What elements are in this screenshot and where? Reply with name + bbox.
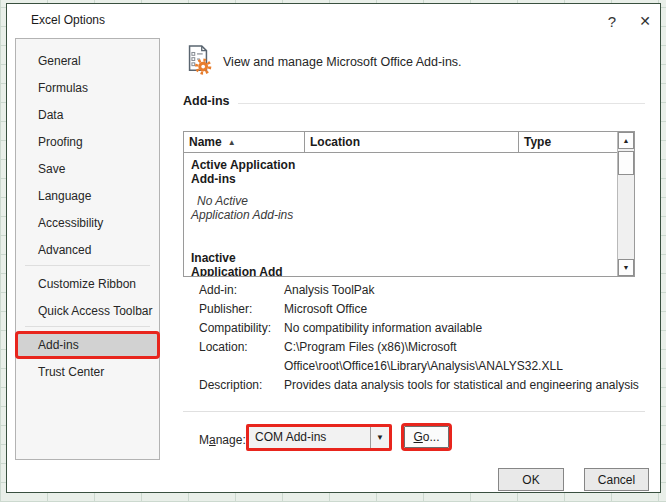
sidebar-item-customize-ribbon[interactable]: Customize Ribbon bbox=[17, 272, 158, 296]
section-rule bbox=[238, 103, 645, 104]
detail-value-publisher: Microsoft Office bbox=[284, 300, 645, 319]
go-button-post: o... bbox=[423, 430, 440, 444]
sidebar-item-advanced[interactable]: Advanced bbox=[17, 238, 158, 262]
group-entry-no-active: No Active Application Add-ins bbox=[191, 194, 309, 222]
column-header-name[interactable]: Name ▲ bbox=[184, 132, 305, 152]
page-description: View and manage Microsoft Office Add-ins… bbox=[223, 55, 462, 69]
addins-table: Name ▲ Location Type Active Application … bbox=[183, 131, 635, 277]
detail-value-addin: Analysis ToolPak bbox=[284, 281, 645, 300]
detail-label-description: Description: bbox=[199, 376, 284, 395]
sidebar-item-general[interactable]: General bbox=[17, 49, 158, 73]
group-title-active: Active Application Add-ins bbox=[191, 158, 309, 186]
close-button[interactable]: ✕ bbox=[632, 9, 658, 33]
manage-dropdown[interactable]: COM Add-ins ▼ bbox=[246, 424, 392, 451]
detail-label-publisher: Publisher: bbox=[199, 300, 284, 319]
group-title-inactive: Inactive Application Add bbox=[191, 251, 309, 276]
sidebar-item-quick-access-toolbar[interactable]: Quick Access Toolbar bbox=[17, 299, 158, 323]
cancel-button-label: Cancel bbox=[598, 473, 635, 487]
scroll-up-button[interactable]: ▲ bbox=[618, 132, 634, 149]
sort-ascending-icon: ▲ bbox=[228, 138, 236, 147]
detail-value-location: C:\Program Files (x86)\Microsoft Office\… bbox=[284, 338, 645, 376]
manage-label-accel: a bbox=[209, 433, 216, 447]
ok-button[interactable]: OK bbox=[498, 468, 564, 491]
scrollbar-thumb[interactable] bbox=[618, 151, 634, 175]
detail-value-description: Provides data analysis tools for statist… bbox=[284, 376, 645, 395]
column-header-location[interactable]: Location bbox=[305, 132, 519, 152]
close-icon: ✕ bbox=[639, 13, 651, 29]
table-scrollbar[interactable]: ▲ ▼ bbox=[617, 132, 634, 276]
manage-label: Manage: bbox=[199, 430, 246, 451]
manage-dropdown-value: COM Add-ins bbox=[249, 427, 370, 448]
sidebar-separator bbox=[25, 265, 150, 266]
go-button-accel: G bbox=[413, 430, 422, 444]
column-label-name: Name bbox=[189, 135, 222, 149]
sidebar-item-trust-center[interactable]: Trust Center bbox=[17, 360, 158, 384]
sidebar-item-add-ins[interactable]: Add-ins bbox=[17, 333, 158, 357]
excel-background: Excel Options ? ✕ General Formulas Data … bbox=[0, 0, 666, 502]
scroll-down-button[interactable]: ▼ bbox=[618, 259, 634, 276]
column-header-type[interactable]: Type bbox=[519, 132, 617, 152]
detail-label-addin: Add-in: bbox=[199, 281, 284, 300]
section-title: Add-ins bbox=[183, 94, 230, 108]
chevron-down-icon: ▼ bbox=[376, 433, 384, 442]
detail-label-location: Location: bbox=[199, 338, 284, 376]
addins-document-gear-icon bbox=[183, 44, 213, 76]
sidebar-item-save[interactable]: Save bbox=[17, 157, 158, 181]
dropdown-arrow-button[interactable]: ▼ bbox=[370, 427, 389, 448]
scroll-up-icon: ▲ bbox=[623, 137, 630, 144]
table-body: Active Application Add-ins No Active App… bbox=[184, 153, 617, 276]
go-button[interactable]: Go... bbox=[404, 426, 449, 448]
content-separator bbox=[183, 411, 645, 412]
sidebar-separator bbox=[25, 326, 150, 327]
table-header: Name ▲ Location Type bbox=[184, 132, 617, 153]
addin-details: Add-in: Analysis ToolPak Publisher: Micr… bbox=[199, 281, 645, 395]
options-nav-sidebar: General Formulas Data Proofing Save Lang… bbox=[15, 38, 160, 460]
manage-label-post: nage: bbox=[216, 433, 246, 447]
ok-button-label: OK bbox=[522, 473, 539, 487]
sidebar-item-formulas[interactable]: Formulas bbox=[17, 76, 158, 100]
detail-value-compatibility: No compatibility information available bbox=[284, 319, 645, 338]
help-button[interactable]: ? bbox=[599, 9, 625, 33]
cancel-button[interactable]: Cancel bbox=[584, 468, 649, 491]
detail-label-compatibility: Compatibility: bbox=[199, 319, 284, 338]
help-icon: ? bbox=[608, 13, 616, 30]
sidebar-item-accessibility[interactable]: Accessibility bbox=[17, 211, 158, 235]
sidebar-item-data[interactable]: Data bbox=[17, 103, 158, 127]
dialog-title: Excel Options bbox=[31, 13, 105, 27]
sidebar-item-language[interactable]: Language bbox=[17, 184, 158, 208]
sidebar-item-proofing[interactable]: Proofing bbox=[17, 130, 158, 154]
manage-label-pre: M bbox=[199, 433, 209, 447]
scroll-down-icon: ▼ bbox=[623, 264, 630, 271]
excel-options-dialog: Excel Options ? ✕ General Formulas Data … bbox=[6, 3, 661, 493]
